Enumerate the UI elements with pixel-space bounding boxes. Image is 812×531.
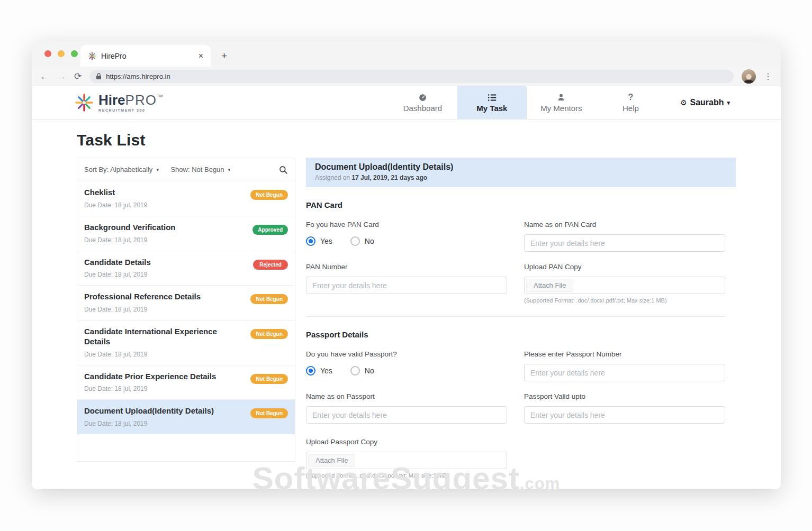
- logo-tagline: RECRUITMENT 360: [98, 108, 163, 112]
- user-menu[interactable]: ⚙ Saurabh ▾: [665, 86, 781, 119]
- pan-attach-file-button[interactable]: Attach File: [526, 279, 573, 292]
- task-due-date: Due Date: 18 jul, 2019: [84, 351, 243, 358]
- chevron-down-icon: ▾: [156, 167, 159, 172]
- task-title: Document Upload(Identity Details): [84, 406, 214, 416]
- radio-pan-yes[interactable]: Yes: [306, 236, 332, 246]
- pan-upload-field: Attach File: [524, 277, 725, 294]
- nav-item-help[interactable]: ? Help: [596, 86, 665, 119]
- minimize-window-button[interactable]: [58, 50, 65, 57]
- pan-number-input[interactable]: [306, 277, 507, 294]
- page-title: Task List: [77, 131, 736, 149]
- passport-attach-file-button[interactable]: Attach File: [308, 454, 355, 467]
- field-label-pan-question: Fo you have PAN Card: [306, 221, 507, 228]
- radio-selected-icon: [306, 236, 315, 246]
- field-label-pan-number: PAN Number: [306, 263, 507, 271]
- show-filter-dropdown[interactable]: Show: Not Begun ▾: [170, 166, 230, 173]
- task-item-professional-reference[interactable]: Professional Reference Details Due Date:…: [77, 286, 295, 321]
- logo-text-hire: Hire: [98, 93, 125, 107]
- status-badge: Not Begun: [250, 329, 288, 339]
- app-navbar: Hire PRO TM RECRUITMENT 360 Dashboard: [32, 86, 781, 120]
- task-item-cheklist[interactable]: Cheklist Due Date: 18 jul, 2019 Not Begu…: [77, 181, 295, 216]
- browser-menu-icon[interactable]: ⋮: [764, 71, 772, 81]
- browser-toolbar: ← → ⟳ https://ams.hirepro.in ⋮: [32, 67, 781, 86]
- task-list-card: Sort By: Alphabetically ▾ Show: Not Begu…: [77, 158, 295, 462]
- window-controls: [44, 50, 78, 57]
- passport-upload-field: Attach File: [306, 452, 507, 469]
- logo-starburst-icon: [74, 92, 94, 113]
- dashboard-icon: [418, 93, 427, 102]
- browser-tab[interactable]: HirePro ×: [80, 45, 211, 67]
- field-label-passport-number: Please enter Passport Number: [524, 350, 725, 358]
- passport-supported-format-note: (Supported Format: .doc/.docx/.pdf/.txt;…: [306, 472, 507, 479]
- address-bar[interactable]: https://ams.hirepro.in: [89, 70, 734, 83]
- sort-by-dropdown[interactable]: Sort By: Alphabetically ▾: [84, 166, 159, 173]
- status-badge: Not Begun: [250, 374, 288, 384]
- task-item-background-verification[interactable]: Background Verification Due Date: 18 jul…: [77, 216, 295, 251]
- nav-label: My Mentors: [540, 104, 582, 113]
- passport-valid-input[interactable]: [524, 406, 725, 424]
- field-label-pan-upload: Upload PAN Copy: [524, 263, 725, 271]
- pan-name-input[interactable]: [524, 234, 725, 252]
- field-label-passport-question: Do you have valid Passport?: [306, 350, 507, 358]
- detail-header: Document Upload(Identity Details) Assign…: [306, 158, 736, 187]
- search-icon[interactable]: [278, 165, 288, 175]
- task-title: Candidate Details: [84, 258, 151, 268]
- task-list-toolbar: Sort By: Alphabetically ▾ Show: Not Begu…: [77, 158, 295, 181]
- task-title: Professional Reference Details: [84, 292, 201, 302]
- field-label-passport-upload: Upload Passport Copy: [306, 438, 507, 446]
- maximize-window-button[interactable]: [71, 50, 78, 57]
- back-icon[interactable]: ←: [40, 72, 49, 81]
- close-window-button[interactable]: [44, 50, 51, 57]
- nav-label: Dashboard: [403, 104, 442, 113]
- logo-trademark: TM: [157, 94, 163, 98]
- forward-icon[interactable]: →: [57, 72, 66, 81]
- nav-label: Help: [622, 104, 639, 113]
- user-name: Saurabh: [690, 98, 724, 107]
- task-item-candidate-details[interactable]: Candidate Details Due Date: 18 jul, 2019…: [77, 251, 295, 286]
- browser-window: HirePro × + ← → ⟳ https://ams.hirepro.in…: [32, 41, 781, 489]
- status-badge: Not Begun: [250, 408, 288, 418]
- favicon-starburst-icon: [88, 52, 96, 60]
- task-due-date: Due Date: 18 jul, 2019: [84, 385, 216, 392]
- task-item-prior-experience[interactable]: Candidate Prior Experience Details Due D…: [77, 365, 295, 400]
- hirepro-logo: Hire PRO TM RECRUITMENT 360: [74, 86, 163, 119]
- radio-pan-no[interactable]: No: [350, 236, 374, 246]
- nav-item-my-task[interactable]: My Task: [457, 86, 527, 119]
- section-heading-passport: Passport Details: [306, 330, 725, 339]
- radio-passport-no[interactable]: No: [350, 366, 374, 376]
- task-item-document-upload[interactable]: Document Upload(Identity Details) Due Da…: [77, 400, 295, 434]
- tab-title: HirePro: [101, 52, 194, 60]
- section-heading-pan: PAN Card: [306, 200, 725, 209]
- task-title: Candidate Prior Experience Details: [84, 372, 216, 382]
- task-title: Background Verification: [84, 223, 176, 233]
- assigned-date: Assigned on 17 Jul, 2019, 21 days ago: [315, 174, 727, 181]
- task-detail-panel: Document Upload(Identity Details) Assign…: [306, 158, 736, 479]
- passport-name-input[interactable]: [306, 406, 507, 424]
- field-label-passport-valid: Passport Valid upto: [524, 392, 725, 400]
- nav-item-dashboard[interactable]: Dashboard: [388, 86, 457, 119]
- radio-unselected-icon: [350, 366, 360, 376]
- gear-icon: ⚙: [680, 98, 687, 107]
- chevron-down-icon: ▾: [727, 99, 730, 106]
- passport-number-input[interactable]: [524, 364, 725, 381]
- detail-form: PAN Card Fo you have PAN Card Yes: [306, 200, 736, 479]
- new-tab-button[interactable]: +: [221, 50, 227, 62]
- task-due-date: Due Date: 18 jul, 2019: [84, 271, 151, 278]
- status-badge: Not Begun: [250, 294, 288, 304]
- nav-item-my-mentors[interactable]: My Mentors: [527, 86, 596, 119]
- field-label-pan-name: Name as on PAN Card: [524, 221, 725, 228]
- browser-profile-avatar[interactable]: [742, 69, 756, 84]
- pan-supported-format-note: (Supported Format: .doc/.docx/.pdf/.txt;…: [524, 297, 725, 304]
- radio-selected-icon: [306, 366, 315, 376]
- task-due-date: Due Date: 18 jul, 2019: [84, 202, 147, 209]
- task-item-international-experience[interactable]: Candidate International Experience Detai…: [77, 321, 295, 365]
- url-text: https://ams.hirepro.in: [106, 72, 170, 80]
- tab-close-icon[interactable]: ×: [199, 51, 203, 61]
- browser-tabstrip: HirePro × +: [32, 41, 781, 67]
- chevron-down-icon: ▾: [228, 167, 231, 172]
- nav-label: My Task: [476, 104, 507, 113]
- reload-icon[interactable]: ⟳: [74, 72, 82, 81]
- task-due-date: Due Date: 18 jul, 2019: [84, 420, 214, 427]
- logo-text-pro: PRO: [125, 93, 157, 107]
- radio-passport-yes[interactable]: Yes: [306, 366, 332, 376]
